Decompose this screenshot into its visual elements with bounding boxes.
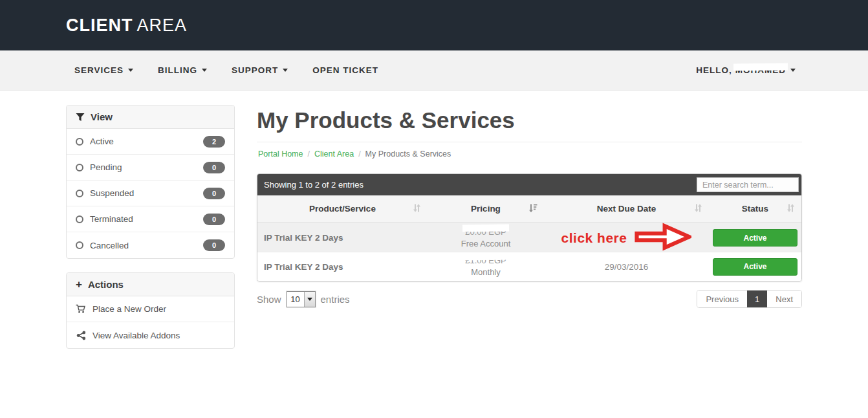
sidebar-item-label: Place a New Order — [92, 304, 166, 314]
logo-bold-text: CLIENT — [66, 16, 133, 35]
chevron-down-icon — [128, 69, 133, 72]
menu-item-label: SERVICES — [74, 65, 124, 75]
menu-item-open-ticket[interactable]: OPEN TICKET — [312, 65, 378, 75]
table-row[interactable]: IP Trial KEY 2 Days £0.00 EGP Free Accou… — [257, 223, 801, 252]
billing-cycle: Free Account — [461, 238, 511, 250]
breadcrumb-client-area[interactable]: Client Area — [314, 149, 354, 159]
sidebar-item-label: Active — [90, 137, 114, 146]
table-row[interactable]: IP Trial KEY 2 Days £1.00 EGP Monthly 29… — [257, 252, 801, 281]
sidebar-item-view-available-addons[interactable]: View Available Addons — [67, 322, 234, 348]
chevron-down-icon — [202, 69, 207, 72]
status-cell: Active — [709, 252, 801, 281]
sidebar-item-suspended[interactable]: Suspended 0 — [67, 181, 234, 206]
menu-item-support[interactable]: SUPPORT — [232, 65, 288, 75]
show-label: Show — [257, 294, 281, 305]
actions-panel: + Actions Place a New Order — [66, 272, 235, 349]
column-header-pricing[interactable]: Pricing — [428, 195, 544, 222]
sidebar-item-pending[interactable]: Pending 0 — [67, 155, 234, 181]
menu-item-services[interactable]: SERVICES — [74, 65, 133, 75]
pagination-current-page[interactable]: 1 — [747, 291, 767, 307]
count-badge: 0 — [203, 162, 225, 173]
table-footer: Show 10 entries Previous 1 Next — [257, 290, 802, 308]
sort-icon — [787, 203, 795, 214]
breadcrumb: Portal Home / Client Area / My Products … — [257, 148, 802, 159]
user-account-menu[interactable]: HELLO, MOHAMED — [696, 65, 796, 75]
entries-summary: Showing 1 to 2 of 2 entries — [264, 180, 363, 190]
sort-icon — [413, 203, 421, 214]
column-header-status[interactable]: Status — [709, 195, 801, 222]
menu-item-label: BILLING — [158, 65, 197, 75]
circle-icon — [76, 138, 83, 146]
page-size-control: Show 10 entries — [257, 291, 350, 307]
status-active-button[interactable]: Active — [713, 229, 797, 247]
redaction-scribble — [462, 225, 509, 232]
annotation-arrow-right-icon — [635, 223, 691, 253]
click-here-annotation: click here — [561, 223, 692, 253]
circle-icon — [76, 241, 83, 249]
chevron-down-icon — [790, 69, 796, 72]
table-column-headers: Product/Service Pricing — [257, 195, 801, 223]
top-navbar: CLIENTAREA — [0, 0, 868, 50]
circle-icon — [76, 215, 83, 223]
select-dropdown-button[interactable] — [304, 292, 315, 307]
price-redacted: £0.00 EGP — [465, 226, 506, 238]
page-content: View Active 2 Pending 0 Suspended 0 Term… — [0, 91, 868, 362]
sidebar-item-label: Suspended — [90, 188, 134, 198]
sidebar-item-place-new-order[interactable]: Place a New Order — [67, 296, 234, 322]
breadcrumb-separator: / — [303, 149, 314, 159]
menu-item-label: OPEN TICKET — [312, 65, 378, 75]
page-size-select[interactable]: 10 — [287, 291, 316, 307]
sidebar-item-label: Terminated — [90, 214, 133, 224]
pricing-cell: £1.00 EGP Monthly — [428, 252, 544, 281]
breadcrumb-portal-home[interactable]: Portal Home — [258, 149, 303, 159]
shopping-cart-icon — [76, 304, 86, 314]
circle-icon — [76, 164, 83, 171]
annotation-text: click here — [561, 230, 627, 246]
sort-active-icon — [528, 203, 537, 214]
column-header-product-service[interactable]: Product/Service — [257, 195, 428, 222]
pagination-previous-button[interactable]: Previous — [697, 291, 747, 307]
status-active-button[interactable]: Active — [713, 258, 797, 276]
entries-label: entries — [321, 294, 350, 305]
services-table: Showing 1 to 2 of 2 entries Product/Serv… — [257, 173, 802, 281]
product-name-cell: IP Trial KEY 2 Days — [257, 223, 428, 253]
plus-icon: + — [76, 279, 82, 290]
count-badge: 0 — [203, 188, 225, 199]
sort-icon — [694, 203, 702, 214]
count-badge: 2 — [203, 136, 225, 148]
username-redacted: MOHAMED — [735, 65, 786, 75]
greeting-text: HELLO, — [696, 65, 732, 75]
breadcrumb-separator: / — [354, 149, 365, 159]
menu-bar: SERVICES BILLING SUPPORT OPEN TICKET HEL… — [0, 50, 868, 91]
menu-item-billing[interactable]: BILLING — [158, 65, 207, 75]
logo-light-text: AREA — [137, 16, 188, 35]
count-badge: 0 — [203, 239, 225, 251]
page-size-value: 10 — [287, 292, 304, 307]
breadcrumb-current: My Products & Services — [365, 149, 451, 159]
circle-icon — [76, 190, 83, 197]
price-redacted: £1.00 EGP — [465, 255, 506, 267]
filter-funnel-icon — [76, 113, 85, 122]
sidebar-item-label: Pending — [90, 162, 122, 172]
table-header-bar: Showing 1 to 2 of 2 entries — [257, 174, 801, 195]
chevron-down-icon — [307, 298, 312, 301]
actions-panel-header: + Actions — [67, 273, 234, 296]
product-name-cell: IP Trial KEY 2 Days — [257, 252, 428, 281]
column-header-next-due-date[interactable]: Next Due Date — [544, 195, 709, 222]
sidebar-item-terminated[interactable]: Terminated 0 — [67, 206, 234, 232]
search-input[interactable] — [697, 177, 799, 192]
main-content: My Products & Services Portal Home / Cli… — [257, 91, 802, 362]
client-area-logo[interactable]: CLIENTAREA — [66, 16, 187, 36]
view-filter-panel: View Active 2 Pending 0 Suspended 0 Term… — [66, 105, 235, 259]
sidebar-item-active[interactable]: Active 2 — [67, 129, 234, 155]
sidebar-item-cancelled[interactable]: Cancelled 0 — [67, 232, 234, 258]
pricing-cell: £0.00 EGP Free Account — [428, 223, 544, 253]
pagination: Previous 1 Next — [697, 290, 802, 308]
redaction-scribble — [462, 253, 509, 261]
addons-nodes-icon — [76, 331, 86, 340]
redaction-scribble — [733, 63, 788, 71]
page-title: My Products & Services — [257, 107, 802, 133]
view-panel-header: View — [67, 105, 234, 129]
pagination-next-button[interactable]: Next — [767, 291, 801, 307]
sidebar-item-label: Cancelled — [90, 241, 129, 250]
